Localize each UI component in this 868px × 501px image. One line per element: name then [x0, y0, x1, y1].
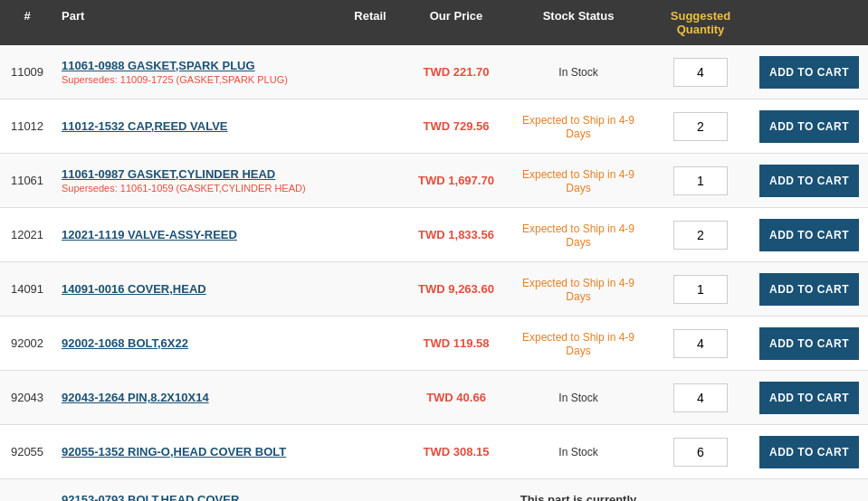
part-link[interactable]: 11061-0988 GASKET,SPARK PLUG [62, 59, 327, 72]
row-stock-status: Expected to Ship in 4-9 Days [506, 104, 651, 149]
header-action [750, 0, 868, 45]
table-row: 1409114091-0016 COVER,HEADTWD 9,263.60Ex… [0, 262, 868, 317]
row-price: TWD 729.56 [406, 110, 506, 142]
part-link[interactable]: 92002-1068 BOLT,6X22 [62, 336, 327, 350]
qty-input[interactable] [673, 221, 728, 250]
header-our-price: Our Price [406, 0, 506, 45]
row-qty [651, 103, 750, 150]
row-id: 14091 [0, 273, 54, 305]
price-value: TWD 9,263.60 [418, 282, 494, 296]
table-row: 9205592055-1352 RING-O,HEAD COVER BOLTTW… [0, 425, 868, 479]
row-qty [651, 157, 750, 204]
part-link[interactable]: 92043-1264 PIN,8.2X10X14 [62, 391, 327, 404]
qty-input[interactable] [673, 329, 728, 358]
row-part: 92055-1352 RING-O,HEAD COVER BOLT [54, 436, 334, 468]
row-stock-status: Expected to Ship in 4-9 Days [506, 158, 651, 203]
row-qty [651, 212, 750, 259]
stock-status-text: Expected to Ship in 4-9 Days [522, 114, 634, 140]
add-to-cart-button[interactable]: ADD TO CART [759, 219, 859, 251]
qty-input[interactable] [673, 58, 728, 87]
table-row: 9204392043-1264 PIN,8.2X10X14TWD 40.66In… [0, 371, 868, 425]
qty-input[interactable] [673, 166, 728, 195]
row-id: 92055 [0, 436, 54, 468]
add-to-cart-button[interactable]: ADD TO CART [759, 56, 859, 89]
row-retail [334, 389, 406, 407]
row-retail [334, 226, 406, 244]
row-id: 11009 [0, 56, 54, 88]
row-retail [334, 335, 406, 353]
row-cart: ADD TO CART [750, 373, 868, 423]
part-link[interactable]: 11012-1532 CAP,REED VALVE [62, 119, 327, 133]
add-to-cart-button[interactable]: ADD TO CART [759, 273, 859, 306]
qty-input[interactable] [673, 275, 728, 304]
row-stock-status: Expected to Ship in 4-9 Days [506, 267, 651, 312]
table-header: # Part Retail Our Price Stock Status Sug… [0, 0, 868, 45]
table-row: 9215092153-0793 BOLT,HEAD COVERSupersede… [0, 479, 868, 501]
row-price: TWD 308.15 [406, 436, 506, 468]
row-retail [334, 118, 406, 136]
part-link[interactable]: 92055-1352 RING-O,HEAD COVER BOLT [62, 445, 327, 458]
row-cart: ADD TO CART [750, 264, 868, 315]
row-price: TWD 221.70 [406, 56, 506, 88]
row-id: 92002 [0, 327, 54, 359]
row-stock-status: Expected to Ship in 4-9 Days [506, 213, 651, 258]
row-price [406, 497, 506, 502]
add-to-cart-button[interactable]: ADD TO CART [759, 165, 859, 197]
price-value: TWD 308.15 [424, 445, 490, 458]
part-link[interactable]: 11061-0987 GASKET,CYLINDER HEAD [62, 167, 327, 181]
price-value: TWD 119.58 [424, 336, 490, 350]
row-qty [651, 266, 750, 313]
row-retail [334, 497, 406, 502]
qty-input[interactable] [673, 438, 728, 467]
row-retail [334, 172, 406, 190]
price-value: TWD 729.56 [424, 119, 490, 133]
row-cart: ADD TO CART [750, 101, 868, 152]
add-to-cart-button[interactable]: ADD TO CART [759, 110, 859, 143]
row-stock-status: In Stock [506, 382, 651, 413]
row-cart: ADD TO CART [750, 427, 868, 477]
row-qty [651, 374, 750, 421]
qty-input[interactable] [673, 112, 728, 141]
table-body: 1100911061-0988 GASKET,SPARK PLUGSuperse… [0, 45, 868, 501]
price-value: TWD 221.70 [424, 65, 490, 79]
stock-status-text: Expected to Ship in 4-9 Days [522, 277, 634, 303]
header-part: Part [54, 0, 334, 45]
row-price: TWD 1,833.56 [406, 219, 506, 250]
qty-input[interactable] [673, 383, 728, 412]
row-retail [334, 443, 406, 461]
row-part: 92153-0793 BOLT,HEAD COVERSupersedes: 92… [54, 484, 334, 502]
table-row: 1101211012-1532 CAP,REED VALVETWD 729.56… [0, 99, 868, 154]
table-row: 1202112021-1119 VALVE-ASSY-REEDTWD 1,833… [0, 208, 868, 262]
row-stock-status: In Stock [506, 56, 651, 88]
row-stock-status: This part is currently unavailable. [506, 484, 651, 502]
row-price: TWD 9,263.60 [406, 273, 506, 305]
row-qty [651, 320, 750, 367]
price-value: TWD 40.66 [426, 391, 486, 404]
table-row: 1106111061-0987 GASKET,CYLINDER HEADSupe… [0, 154, 868, 208]
header-suggested-qty: Suggested Quantity [651, 0, 750, 45]
row-cart [750, 497, 868, 502]
row-retail [334, 63, 406, 81]
row-cart: ADD TO CART [750, 210, 868, 260]
row-qty [651, 429, 750, 476]
header-retail: Retail [334, 0, 406, 45]
part-link[interactable]: 92153-0793 BOLT,HEAD COVER [62, 493, 327, 502]
add-to-cart-button[interactable]: ADD TO CART [759, 436, 859, 468]
row-cart: ADD TO CART [750, 156, 868, 206]
stock-status-text: Expected to Ship in 4-9 Days [522, 331, 634, 357]
row-id: 11061 [0, 165, 54, 196]
stock-status-text: In Stock [558, 446, 597, 458]
row-stock-status: In Stock [506, 436, 651, 468]
row-part: 11061-0988 GASKET,SPARK PLUGSupersedes: … [54, 50, 334, 95]
part-link[interactable]: 12021-1119 VALVE-ASSY-REED [62, 228, 327, 241]
add-to-cart-button[interactable]: ADD TO CART [759, 382, 859, 414]
parts-table: # Part Retail Our Price Stock Status Sug… [0, 0, 868, 501]
row-qty [651, 497, 750, 502]
row-id: 12021 [0, 219, 54, 250]
stock-status-text: This part is currently unavailable. [520, 493, 637, 502]
row-cart: ADD TO CART [750, 47, 868, 98]
part-link[interactable]: 14091-0016 COVER,HEAD [62, 282, 327, 296]
row-qty [651, 49, 750, 96]
stock-status-text: Expected to Ship in 4-9 Days [522, 222, 634, 249]
add-to-cart-button[interactable]: ADD TO CART [759, 327, 859, 360]
